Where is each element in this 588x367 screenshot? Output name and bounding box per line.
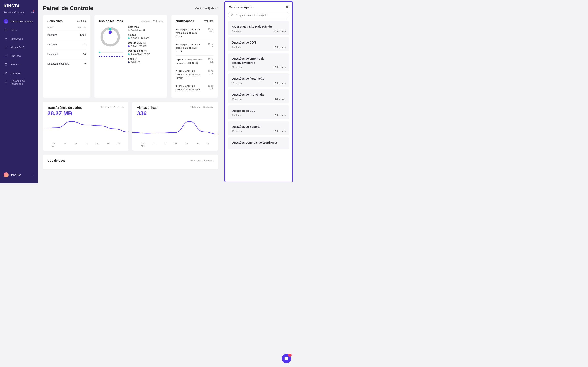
- site-visits: 9: [84, 62, 86, 65]
- help-center-link[interactable]: Centro de Ajuda ?: [195, 7, 218, 10]
- x-tick: 20Nov: [51, 142, 56, 147]
- help-learn-more[interactable]: Saiba mais: [275, 66, 286, 68]
- bell-icon[interactable]: [31, 11, 34, 14]
- sidebar-item-analytics[interactable]: Análises: [0, 51, 38, 60]
- x-tick: 24: [185, 142, 188, 147]
- x-tick: 23: [175, 142, 177, 147]
- disk-label: Uso do disco: [128, 50, 143, 52]
- resources-date: 27 de out. – 27 de nov.: [140, 20, 163, 22]
- nav-label: Painel de Controle: [11, 20, 33, 23]
- site-name: kinstalife: [47, 33, 57, 36]
- help-learn-more[interactable]: Saiba mais: [275, 46, 286, 49]
- help-search[interactable]: [228, 12, 289, 18]
- cdn-title: Uso de CDN: [47, 159, 65, 162]
- info-icon[interactable]: ?: [144, 50, 147, 52]
- sites-title: Seus sites: [47, 19, 63, 23]
- company-row[interactable]: Awesome Company: [0, 11, 38, 16]
- company-icon: [4, 62, 8, 67]
- site-row[interactable]: kinstaperf14: [47, 50, 86, 59]
- notification-item[interactable]: A URL do CDN foi alterada para kinstacdn…: [176, 67, 213, 82]
- sidebar-item-migrations[interactable]: Migrações: [0, 34, 38, 43]
- notif-text: O plano de hospedagem foi pago (190.5 US…: [176, 58, 203, 65]
- close-icon[interactable]: ✕: [286, 5, 288, 9]
- help-article-card[interactable]: Questões Generais de WordPress: [228, 137, 289, 149]
- transfer-card: Transferência de dados 19 de nov. – 26 d…: [43, 102, 128, 150]
- visits-card: Visitas únicas 19 de nov. – 26 de nov. 3…: [133, 102, 218, 150]
- help-search-input[interactable]: [235, 14, 286, 17]
- user-row[interactable]: John Doe: [0, 170, 38, 180]
- sidebar-item-home[interactable]: Painel de Controle: [0, 17, 38, 26]
- notifications-card: Notificações Ver tudo Backup para downlo…: [171, 15, 218, 98]
- cdn-label: Uso de CDN: [128, 42, 142, 44]
- site-row[interactable]: kinstaw321: [47, 40, 86, 50]
- svg-point-9: [231, 14, 233, 16]
- transfer-chart: [43, 118, 128, 141]
- user-name: John Doe: [11, 174, 21, 176]
- cdn-val: 0 B de 200 GB: [131, 45, 146, 47]
- site-row[interactable]: kinstacdn-cloudflare9: [47, 59, 86, 68]
- visits-date: 19 de nov. – 26 de nov.: [190, 106, 213, 109]
- site-name: kinstaw3: [47, 43, 57, 46]
- svg-point-8: [109, 31, 112, 34]
- help-article-card[interactable]: Questões de Pré-Venda26 articlesSaiba ma…: [228, 89, 289, 103]
- sidebar-item-dns[interactable]: Kinsta DNS: [0, 43, 38, 51]
- notif-view-all[interactable]: Ver tudo: [204, 20, 213, 23]
- svg-point-4: [6, 82, 6, 83]
- notif-text: Backup para download pronto para kinstal…: [176, 43, 203, 53]
- migrations-icon: [4, 36, 8, 41]
- nav-label: Análises: [11, 54, 21, 58]
- notification-item[interactable]: A URL do CDN foi alterada para kinstaper…: [176, 82, 213, 94]
- info-icon[interactable]: ?: [143, 42, 146, 44]
- notification-item[interactable]: Backup para download pronto para kinstal…: [176, 41, 213, 55]
- svg-point-3: [6, 72, 7, 73]
- sidebar-item-activity[interactable]: Histórico de Atividades: [0, 77, 38, 87]
- sidebar-item-users[interactable]: Usuários: [0, 69, 38, 77]
- site-visits: 14: [83, 53, 86, 56]
- notification-item[interactable]: Backup para download pronto para kinstal…: [176, 25, 213, 41]
- x-tick: 22: [75, 142, 77, 147]
- notif-date: 29 de out.: [205, 43, 213, 53]
- x-tick: 20Nov: [141, 142, 145, 147]
- notif-title: Notificações: [176, 19, 194, 23]
- help-learn-more[interactable]: Saiba mais: [275, 114, 286, 117]
- nav-label: Migrações: [11, 37, 23, 40]
- avatar: [4, 173, 8, 177]
- site-visits: 21: [83, 43, 86, 46]
- sites-card: Seus sites Ver tudo NOME VISITAS kinstal…: [43, 15, 90, 98]
- help-item-title: Questões Generais de WordPress: [232, 141, 286, 145]
- nav-label: Sites: [11, 29, 17, 32]
- sidebar-item-sites[interactable]: Sites: [0, 26, 38, 34]
- visits-label: Visitas: [128, 33, 136, 36]
- site-row[interactable]: kinstalife1,404: [47, 30, 86, 40]
- info-icon[interactable]: ?: [140, 26, 142, 28]
- sidebar-item-company[interactable]: Empresa: [0, 60, 38, 69]
- help-article-card[interactable]: Fazer o Meu Site Mais Rápido2 articlesSa…: [228, 21, 289, 35]
- home-icon: [4, 19, 8, 24]
- info-icon[interactable]: ?: [135, 58, 137, 60]
- help-article-card[interactable]: Questões de SSL3 articlesSaiba mais: [228, 105, 289, 119]
- notification-item[interactable]: O plano de hospedagem foi pago (190.5 US…: [176, 56, 213, 67]
- help-article-card[interactable]: Questões de Suporte33 articlesSaiba mais: [228, 121, 289, 135]
- brand-logo: KINSTA: [0, 4, 38, 11]
- help-article-card[interactable]: Questões de CDN8 articlesSaiba mais: [228, 37, 289, 51]
- disk-progress: [99, 52, 124, 53]
- transfer-title: Transferência de dados: [47, 106, 82, 109]
- visits-val: 1,505 de 100,000: [131, 37, 150, 39]
- help-article-card[interactable]: Questões de facturação16 articlesSaiba m…: [228, 73, 289, 87]
- nav-label: Empresa: [11, 63, 21, 66]
- site-visits: 1,404: [80, 33, 86, 36]
- site-name: kinstacdn-cloudflare: [47, 62, 69, 65]
- visits-title: Visitas únicas: [137, 106, 157, 109]
- chevron-up-icon: [32, 174, 34, 176]
- help-learn-more[interactable]: Saiba mais: [275, 130, 286, 133]
- help-learn-more[interactable]: Saiba mais: [275, 82, 286, 84]
- info-icon[interactable]: ?: [137, 34, 139, 36]
- help-learn-more[interactable]: Saiba mais: [275, 30, 286, 32]
- analytics-icon: [4, 54, 8, 58]
- sites-view-all[interactable]: Ver tudo: [77, 20, 86, 23]
- help-article-card[interactable]: Questões de entorno de desenvolvedores21…: [228, 53, 289, 72]
- help-learn-more[interactable]: Saiba mais: [275, 98, 286, 100]
- help-item-title: Questões de Suporte: [232, 125, 286, 129]
- cdn-card: Uso de CDN 27 de out. – 26 de nov.: [43, 155, 218, 169]
- notif-date: 15 de out.: [205, 85, 213, 91]
